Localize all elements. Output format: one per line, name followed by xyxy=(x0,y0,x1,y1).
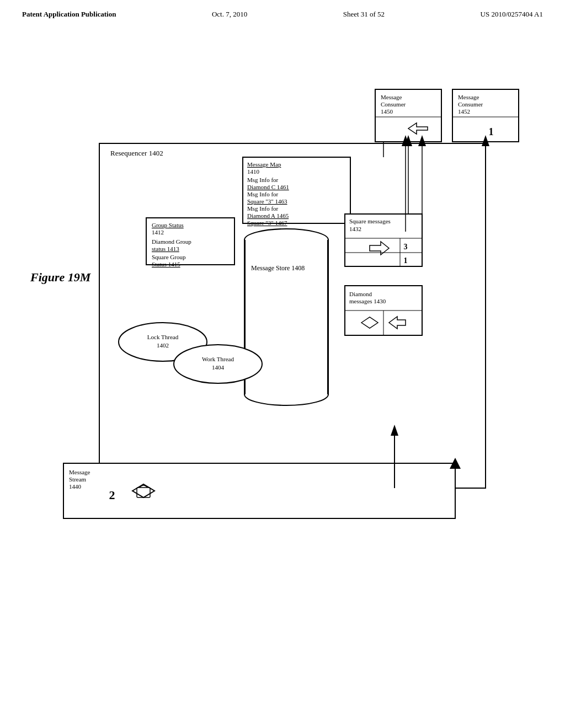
msg-stream-box xyxy=(63,463,455,518)
svg-text:Diamond Group: Diamond Group xyxy=(152,238,191,245)
svg-text:1412: 1412 xyxy=(152,229,164,235)
svg-text:Status 1415: Status 1415 xyxy=(152,261,180,267)
svg-text:Consumer: Consumer xyxy=(381,101,406,108)
sheet-info: Sheet 31 of 52 xyxy=(343,10,385,19)
svg-text:2: 2 xyxy=(109,488,115,502)
svg-text:Msg Info for: Msg Info for xyxy=(247,205,279,212)
svg-text:Consumer: Consumer xyxy=(458,101,483,108)
svg-text:1404: 1404 xyxy=(212,364,225,371)
svg-text:1: 1 xyxy=(489,126,494,137)
svg-text:status 1413: status 1413 xyxy=(152,245,179,252)
resequencer-label: Resequencer 1402 xyxy=(110,149,163,157)
svg-text:Msg Info for: Msg Info for xyxy=(247,176,279,183)
svg-text:Message: Message xyxy=(69,469,90,475)
svg-text:Lock Thread: Lock Thread xyxy=(147,334,179,340)
svg-text:Message: Message xyxy=(381,94,402,100)
svg-text:Message: Message xyxy=(458,94,479,100)
svg-text:Work Thread: Work Thread xyxy=(202,356,234,362)
svg-text:Square "3" 1463: Square "3" 1463 xyxy=(247,198,287,205)
svg-text:Stream: Stream xyxy=(69,476,87,483)
svg-text:1410: 1410 xyxy=(247,168,260,175)
svg-text:1440: 1440 xyxy=(69,483,82,490)
svg-text:1450: 1450 xyxy=(381,108,393,115)
diagram-svg: Resequencer 1402 Message Store 1408 Grou… xyxy=(30,72,555,552)
svg-text:1402: 1402 xyxy=(157,342,169,349)
svg-text:1: 1 xyxy=(404,256,408,265)
page-header: Patent Application Publication Oct. 7, 2… xyxy=(0,0,565,24)
svg-text:Square messages: Square messages xyxy=(349,218,391,224)
msg-store-label: Message Store 1408 xyxy=(251,264,305,272)
svg-text:3: 3 xyxy=(404,243,408,251)
svg-text:Group Status: Group Status xyxy=(152,222,184,228)
svg-text:Square Group: Square Group xyxy=(152,254,186,260)
svg-text:Diamond C 1461: Diamond C 1461 xyxy=(247,184,289,190)
svg-text:Message Map: Message Map xyxy=(247,161,281,168)
svg-text:Square "3" 1467: Square "3" 1467 xyxy=(247,220,287,226)
svg-text:1432: 1432 xyxy=(349,226,361,232)
publication-label: Patent Application Publication xyxy=(22,10,116,19)
svg-text:Diamond A 1465: Diamond A 1465 xyxy=(247,212,289,219)
svg-text:1452: 1452 xyxy=(458,108,470,115)
date-label: Oct. 7, 2010 xyxy=(212,10,247,19)
svg-text:messages 1430: messages 1430 xyxy=(349,298,386,304)
svg-text:Diamond: Diamond xyxy=(349,291,372,297)
svg-text:Msg Info for: Msg Info for xyxy=(247,191,279,197)
patent-number: US 2010/0257404 A1 xyxy=(481,10,543,19)
